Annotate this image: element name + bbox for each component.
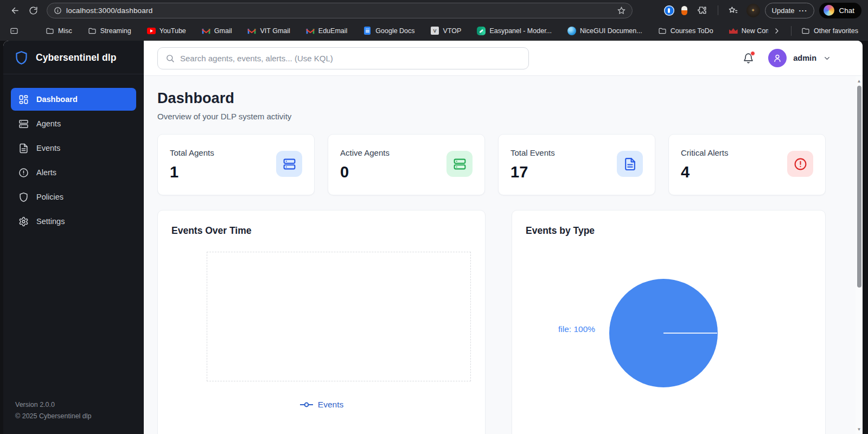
toolbar-actions: ✦ Update ··· Chat	[664, 2, 861, 18]
page-subtitle: Overview of your DLP system activity	[157, 112, 863, 121]
stat-label: Total Agents	[170, 148, 214, 157]
notification-badge	[750, 51, 755, 56]
bookmark-label: Streaming	[100, 27, 131, 35]
bookmark-streaming[interactable]: Streaming	[84, 24, 136, 37]
sidebar-item-events[interactable]: Events	[11, 137, 136, 159]
update-label: Update	[772, 7, 795, 15]
bookmark-misc[interactable]: Misc	[41, 24, 76, 37]
site-info-icon[interactable]	[54, 7, 62, 15]
sidebar-item-label: Dashboard	[36, 95, 78, 104]
search-input[interactable]	[180, 54, 521, 63]
chat-label: Chat	[839, 7, 854, 15]
stat-label: Active Agents	[340, 148, 390, 157]
address-bar[interactable]: localhost:3000/dashboard	[47, 3, 633, 18]
new-component-icon	[729, 27, 738, 35]
stats-row: Total Agents 1 Active Agents 0	[157, 134, 826, 195]
chart-title: Events Over Time	[171, 225, 252, 237]
sidebar-item-alerts[interactable]: Alerts	[11, 161, 136, 184]
bookmarks-divider	[791, 26, 792, 36]
shield-logo-icon	[14, 50, 29, 65]
search-box[interactable]	[157, 47, 529, 69]
bookmark-google-docs[interactable]: Google Docs	[359, 24, 419, 37]
bookmark-nicegui[interactable]: NiceGUI Documen...	[563, 24, 647, 37]
sidebar-item-settings[interactable]: Settings	[11, 210, 136, 233]
content-scrollbar[interactable]: ▲ ▼	[856, 76, 863, 434]
bookmark-eduemail[interactable]: EduEmail	[302, 24, 352, 37]
bookmark-label: Gmail	[214, 27, 232, 35]
bookmark-courses-todo[interactable]: Courses ToDo	[654, 24, 718, 37]
back-arrow-icon	[10, 6, 20, 15]
more-options-dots[interactable]: ···	[799, 7, 807, 15]
bookmarks-list: Misc Streaming YouTube Gmail VIT Gmail	[5, 24, 768, 37]
other-favorites-button[interactable]: Other favorites	[797, 24, 863, 37]
line-legend-marker-icon	[299, 402, 314, 407]
google-docs-icon	[363, 27, 372, 35]
nicegui-icon	[567, 27, 576, 35]
sidebar-item-label: Settings	[36, 217, 65, 226]
stat-label: Total Events	[510, 148, 555, 157]
copilot-chat-button[interactable]: Chat	[819, 3, 861, 18]
bookmark-label: YouTube	[159, 27, 186, 35]
other-favorites-label: Other favorites	[814, 27, 858, 35]
scroll-down-arrow[interactable]: ▼	[856, 425, 863, 433]
bookmark-gmail[interactable]: Gmail	[197, 24, 237, 37]
folder-icon	[658, 27, 667, 35]
bookmark-vtop[interactable]: V VTOP	[426, 24, 466, 37]
user-name[interactable]: admin	[793, 54, 816, 62]
chart-title: Events by Type	[526, 225, 595, 237]
pie-slice-label: file: 100%	[558, 324, 595, 334]
app-sidebar: Cybersentinel dlp Dashboard Agents Event…	[3, 41, 144, 434]
chevron-down-icon	[823, 54, 831, 62]
stat-card-total-agents: Total Agents 1	[157, 134, 315, 195]
update-button[interactable]: Update ···	[765, 3, 815, 18]
back-button[interactable]	[7, 2, 23, 18]
sidebar-item-policies[interactable]: Policies	[11, 186, 136, 208]
bookmarks-overflow-button[interactable]	[768, 24, 786, 37]
main-column: admin Dashboard Overview of your DLP sys…	[144, 41, 863, 434]
sidebar-toggle-button[interactable]	[5, 24, 23, 37]
bookmark-label: VTOP	[443, 27, 462, 35]
toolbar-divider	[718, 5, 718, 15]
refresh-icon	[29, 6, 38, 15]
user-avatar[interactable]	[768, 49, 787, 67]
sidebar-item-dashboard[interactable]: Dashboard	[11, 88, 136, 111]
copilot-icon	[824, 5, 834, 16]
brand-name: Cybersentinel dlp	[36, 52, 117, 63]
sidebar-item-agents[interactable]: Agents	[11, 112, 136, 135]
stat-value: 17	[510, 163, 555, 181]
collections-button[interactable]	[725, 2, 742, 18]
favorite-star-icon[interactable]	[617, 7, 626, 15]
bookmarks-bar: Misc Streaming YouTube Gmail VIT Gmail	[0, 21, 868, 41]
youtube-icon	[147, 27, 156, 35]
notifications-button[interactable]	[743, 53, 754, 64]
scrollbar-thumb[interactable]	[857, 86, 861, 288]
bookmark-easypanel[interactable]: Easypanel - Moder...	[473, 24, 556, 37]
chevron-right-icon	[773, 27, 781, 35]
stat-card-total-events: Total Events 17	[498, 134, 655, 195]
server-icon	[18, 119, 29, 129]
stat-card-critical-alerts: Critical Alerts 4	[668, 134, 826, 195]
bookmark-label: New Component:...	[742, 27, 768, 35]
alert-circle-icon	[18, 168, 29, 178]
vtop-icon: V	[431, 27, 439, 35]
gear-icon	[18, 216, 29, 227]
sidebar-item-label: Policies	[36, 193, 63, 201]
url-text[interactable]: localhost:3000/dashboard	[66, 7, 613, 15]
bookmark-label: NiceGUI Documen...	[580, 27, 642, 35]
bookmark-vit-gmail[interactable]: VIT Gmail	[243, 24, 294, 37]
browser-toolbar: localhost:3000/dashboard ✦ Update ··· Ch…	[0, 0, 868, 21]
sidebar-nav: Dashboard Agents Events Alerts Policies …	[3, 74, 144, 233]
user-menu-button[interactable]	[823, 54, 831, 62]
browser-profile-avatar[interactable]: ✦	[746, 4, 760, 17]
bookmark-youtube[interactable]: YouTube	[143, 24, 190, 37]
folder-icon	[88, 27, 97, 35]
extensions-button[interactable]	[694, 2, 711, 18]
extension-icon[interactable]	[679, 5, 690, 16]
password-manager-extension-icon[interactable]	[664, 5, 674, 16]
refresh-button[interactable]	[25, 2, 41, 18]
scroll-up-arrow[interactable]: ▲	[856, 77, 863, 85]
gmail-icon	[202, 27, 210, 35]
chart-legend[interactable]: Events	[158, 400, 485, 410]
bookmark-new-component[interactable]: New Component:...	[725, 24, 768, 37]
stat-label: Critical Alerts	[681, 148, 729, 157]
